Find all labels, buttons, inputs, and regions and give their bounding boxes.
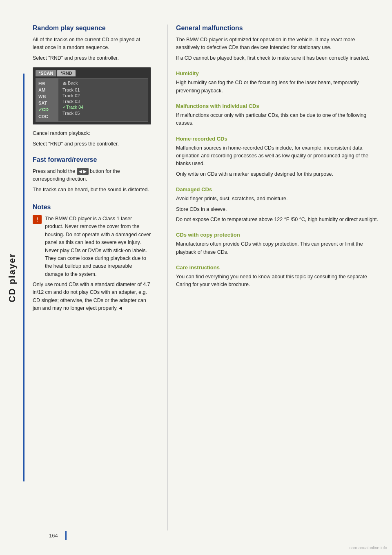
ff-button-icon: ◀ ▶ [77, 168, 89, 175]
watermark: carmanualonline.info [350, 546, 387, 550]
notes-first-para-block: ! The BMW CD player is a Class 1 laser p… [33, 215, 151, 278]
damaged-cds-heading: Damaged CDs [176, 186, 380, 192]
general-malfunctions-para1: The BMW CD player is optimized for opera… [176, 36, 380, 52]
copy-protection-section: CDs with copy protection Manufacturers o… [176, 232, 380, 256]
cd-screen-body: FM AM WB SAT ✓CD CDC ⏏ Back Track 01 Tra… [36, 78, 148, 122]
warning-icon: ! [33, 215, 42, 224]
random-play-heading: Random play sequence [33, 25, 151, 32]
fast-forward-heading: Fast forward/reverse [33, 156, 151, 163]
notes-para1: The BMW CD player is a Class 1 laser pro… [45, 215, 151, 278]
right-column: General malfunctions The BMW CD player i… [172, 25, 392, 530]
track-01: Track 01 [61, 87, 145, 93]
copy-protection-para1: Manufacturers often provide CDs with cop… [176, 240, 380, 256]
humidity-para1: High humidity can fog the CD or the focu… [176, 79, 380, 95]
menu-fm: FM [36, 80, 58, 87]
cd-left-menu: FM AM WB SAT ✓CD CDC [36, 78, 58, 121]
cancel-instruction: Select "RND" and press the controller. [33, 140, 151, 148]
care-instructions-section: Care instructions You can find everythin… [176, 264, 380, 289]
page-number-bar [65, 531, 67, 540]
main-content: Random play sequence All of the tracks o… [24, 0, 392, 555]
track-back: ⏏ Back [61, 80, 145, 86]
damaged-cds-section: Damaged CDs Avoid finger prints, dust, s… [176, 186, 380, 224]
random-play-para2: Select "RND" and press the controller. [33, 54, 151, 62]
home-recorded-para1: Malfunction sources in home-recorded CDs… [176, 144, 380, 168]
random-play-section: Random play sequence All of the tracks o… [33, 25, 151, 148]
track-05: Track 05 [61, 110, 145, 116]
home-recorded-heading: Home-recorded CDs [176, 136, 380, 142]
cd-screen: *SCAN *RND FM AM WB SAT ✓CD CDC [33, 67, 151, 125]
general-malfunctions-para2: If a CD cannot be played back, first che… [176, 54, 380, 62]
notes-section: Notes ! The BMW CD player is a Class 1 l… [33, 204, 151, 313]
left-column: Random play sequence All of the tracks o… [33, 25, 163, 530]
menu-am: AM [36, 87, 58, 93]
cancel-label: Cancel random playback: [33, 130, 151, 137]
menu-sat: SAT [36, 100, 58, 106]
damaged-cds-para2: Store CDs in a sleeve. [176, 206, 380, 213]
track-04: ✓Track 04 [61, 104, 145, 110]
general-malfunctions-heading: General malfunctions [176, 25, 380, 32]
notes-para2: Only use round CDs with a standard diame… [33, 281, 151, 313]
sidebar-label: CD player [7, 253, 18, 302]
ff-text-before: Press and hold the [33, 168, 75, 174]
fast-forward-section: Fast forward/reverse Press and hold the … [33, 156, 151, 194]
copy-protection-heading: CDs with copy protection [176, 232, 380, 238]
care-instructions-para1: You can find everything you need to know… [176, 273, 380, 289]
fast-forward-para1: Press and hold the ◀ ▶ button for the co… [33, 168, 151, 184]
column-divider [167, 25, 168, 530]
home-recorded-section: Home-recorded CDs Malfunction sources in… [176, 136, 380, 179]
menu-cd: ✓CD [36, 106, 58, 113]
cd-screen-header: *SCAN *RND [36, 70, 148, 76]
humidity-section: Humidity High humidity can fog the CD or… [176, 70, 380, 95]
damaged-cds-para1: Avoid finger prints, dust, scratches, an… [176, 195, 380, 203]
scan-tab: *SCAN [36, 70, 56, 76]
malfunctions-individual-section: Malfunctions with individual CDs If malf… [176, 103, 380, 128]
fast-forward-para2: The tracks can be heard, but the sound i… [33, 186, 151, 194]
home-recorded-para2: Only write on CDs with a marker especial… [176, 170, 380, 178]
care-instructions-heading: Care instructions [176, 264, 380, 271]
random-play-para1: All of the tracks on the current CD are … [33, 36, 151, 52]
track-03: Track 03 [61, 98, 145, 104]
sidebar-accent-bar [23, 74, 24, 481]
track-02: Track 02 [61, 93, 145, 98]
cd-right-list: ⏏ Back Track 01 Track 02 Track 03 ✓Track… [58, 78, 148, 121]
malfunctions-individual-para1: If malfunctions occur only with particul… [176, 112, 380, 128]
humidity-heading: Humidity [176, 70, 380, 76]
malfunctions-individual-heading: Malfunctions with individual CDs [176, 103, 380, 109]
general-malfunctions-section: General malfunctions The BMW CD player i… [176, 25, 380, 62]
rnd-tab: *RND [57, 70, 75, 76]
menu-wb: WB [36, 93, 58, 100]
notes-heading: Notes [33, 204, 151, 211]
page-number: 164 [49, 533, 58, 539]
page-container: CD player Random play sequence All of th… [0, 0, 392, 555]
damaged-cds-para3: Do not expose CDs to temperatures above … [176, 216, 380, 224]
menu-cdc: CDC [36, 113, 58, 120]
sidebar: CD player [0, 0, 24, 555]
